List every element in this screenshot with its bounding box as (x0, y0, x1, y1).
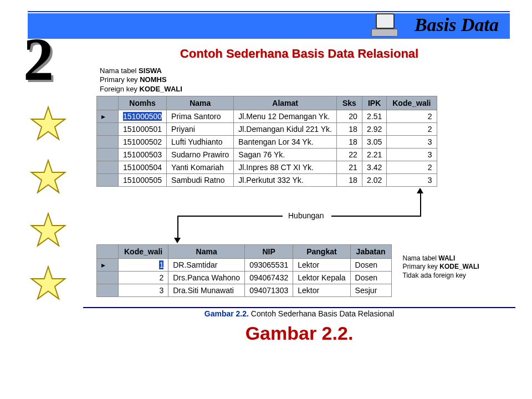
col-header: Nama (167, 96, 234, 110)
cell: 3 (387, 173, 437, 186)
cell: 094071303 (245, 284, 293, 296)
col-header: IPK (362, 96, 386, 110)
row-marker (97, 173, 119, 186)
col-header: Jabatan (350, 244, 391, 258)
cell: 3.05 (362, 135, 386, 148)
wali-table-meta: Nama tabel WALI Primary key KODE_WALI Ti… (403, 254, 479, 280)
siswa-table-meta: Nama tabel SISWA Primary key NOMHS Forei… (100, 66, 515, 94)
cell: 21 (336, 161, 362, 173)
meta-text: Tidak ada foreign key (403, 272, 466, 279)
cell: Sudarno Prawiro (167, 148, 234, 161)
figure-caption: Gambar 2.2. Contoh Sederhana Basis Data … (83, 307, 515, 318)
cell: Lektor (293, 258, 350, 271)
col-header: Alamat (234, 96, 337, 110)
figure-label: Gambar 2.2. (83, 323, 515, 344)
row-marker (97, 148, 119, 161)
meta-text: Nama tabel (403, 254, 439, 262)
col-header: Sks (336, 96, 362, 110)
meta-text: Foreign key (100, 85, 140, 93)
meta-text: Primary key (100, 75, 140, 84)
col-header: Kode_wali (387, 96, 437, 110)
star-icon (30, 212, 66, 248)
star-column (30, 105, 66, 318)
cell: 2.51 (362, 110, 386, 122)
cell: 22 (336, 148, 362, 161)
table-row: 3 Dra.Siti Munawati 094071303 Lektor Ses… (97, 284, 392, 296)
cell: 2.21 (362, 148, 386, 161)
svg-marker-0 (32, 107, 65, 139)
cell: Dra.Siti Munawati (168, 284, 245, 296)
row-marker-current: ▸ (97, 258, 119, 271)
cell: Priyani (167, 122, 234, 135)
header-title: Basis Data (415, 14, 499, 35)
col-header: NIP (245, 244, 293, 258)
wali-table: Kode_wali Nama NIP Pangkat Jabatan ▸ 1 D… (96, 244, 392, 297)
main-content: Contoh Sederhana Basis Data Relasional N… (83, 47, 515, 344)
cell: 2 (387, 110, 437, 122)
meta-bold: WALI (438, 254, 455, 262)
cell: 2.02 (362, 173, 386, 186)
cell: Lektor Kepala (293, 271, 350, 284)
cell: 3 (119, 284, 168, 296)
meta-bold: SISWA (139, 66, 162, 75)
cell: Yanti Komariah (167, 161, 234, 173)
arrow-up-icon (417, 188, 423, 193)
cell: DR.Samtidar (168, 258, 245, 271)
siswa-table: Nomhs Nama Alamat Sks IPK Kode_wali ▸ 15… (96, 96, 437, 187)
meta-text: Nama tabel (100, 66, 139, 75)
table-row: 151000502 Lufti Yudhianto Bantengan Lor … (97, 135, 437, 148)
star-icon (30, 105, 66, 142)
cell: 18 (336, 122, 362, 135)
svg-marker-3 (32, 267, 65, 299)
meta-bold: KODE_WALI (140, 85, 182, 93)
cell: 093065531 (245, 258, 293, 271)
cell: 151000501 (119, 122, 167, 135)
cell: Lufti Yudhianto (167, 135, 234, 148)
cell-selected: 1 (159, 260, 163, 269)
table-row: 151000504 Yanti Komariah Jl.Inpres 88 CT… (97, 161, 437, 173)
cell: 2.92 (362, 122, 386, 135)
cell: 3 (387, 148, 437, 161)
star-icon (30, 158, 66, 195)
cell: Jl.Demangan Kidul 221 Yk. (234, 122, 337, 135)
cell: Prima Santoro (167, 110, 234, 122)
table-row: 151000503 Sudarno Prawiro Sagan 76 Yk. 2… (97, 148, 437, 161)
svg-marker-1 (32, 160, 65, 192)
arrow-down-icon (174, 238, 181, 243)
cell: 18 (336, 173, 362, 186)
cell: Dosen (350, 258, 391, 271)
row-marker (97, 161, 119, 173)
table-corner (97, 244, 119, 258)
cell: Jl.Inpres 88 CT XI Yk. (234, 161, 337, 173)
header-bar: Basis Data (28, 11, 510, 42)
star-icon (30, 265, 66, 301)
row-marker (97, 135, 119, 148)
cell: 151000504 (119, 161, 167, 173)
cell: Lektor (293, 284, 350, 296)
cell: Sambudi Ratno (167, 173, 234, 186)
row-marker (97, 122, 119, 135)
connector-line (177, 216, 283, 217)
cell: Sesjur (350, 284, 391, 296)
cell-selected: 151000500 (123, 112, 162, 121)
cell: 151000500 (119, 110, 167, 122)
cell: Jl.Menu 12 Demangan Yk. (234, 110, 337, 122)
caption-bold: Gambar 2.2. (204, 309, 249, 318)
caption-text: Contoh Sederhana Basis Data Relasional (249, 309, 394, 318)
section-title: Contoh Sederhana Basis Data Relasional (83, 47, 515, 61)
cell: 151000503 (119, 148, 167, 161)
header-rule (28, 11, 510, 12)
chapter-number: 2 (23, 29, 54, 90)
connector-line (331, 216, 421, 217)
cell: Jl.Perkutut 332 Yk. (234, 173, 337, 186)
cell: 18 (336, 135, 362, 148)
col-header: Nama (168, 244, 245, 258)
wali-table-wrap: Kode_wali Nama NIP Pangkat Jabatan ▸ 1 D… (96, 244, 392, 297)
cell: Bantengan Lor 34 Yk. (234, 135, 337, 148)
table-row: 151000501 Priyani Jl.Demangan Kidul 221 … (97, 122, 437, 135)
table-row: 151000505 Sambudi Ratno Jl.Perkutut 332 … (97, 173, 437, 186)
cell: 151000505 (119, 173, 167, 186)
cell: 20 (336, 110, 362, 122)
meta-bold: KODE_WALI (439, 263, 479, 270)
relation-connector: Hubungan (83, 189, 515, 244)
